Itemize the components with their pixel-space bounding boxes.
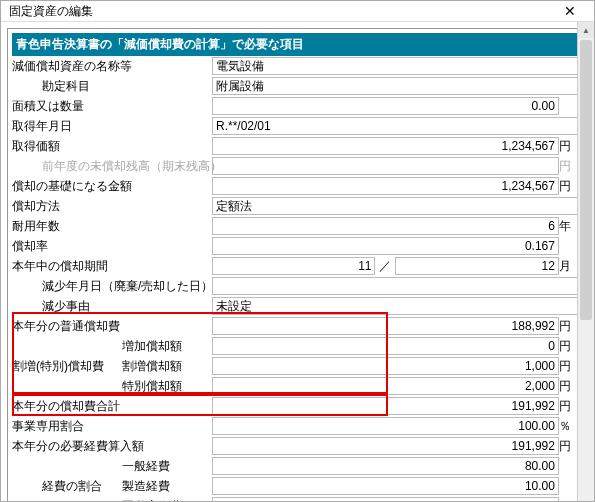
depr-method-label: 償却方法 [12,196,212,216]
scrollbar-thumb[interactable] [580,40,592,320]
decrease-date-label: 減少年月日（廃棄/売却した日） [12,278,212,295]
window-title: 固定資産の編集 [9,3,93,20]
titlebar: 固定資産の編集 ✕ [1,1,594,22]
depr-method-field[interactable]: 定額法 [212,197,583,215]
useful-life-field[interactable]: 6 [212,217,559,235]
total-depr-label: 本年分の償却費合計 [12,396,212,416]
decrease-reason-label: 減少事由 [12,298,212,315]
period-months: 11 ／ 12 [212,257,559,275]
section-header: 青色申告決算書の「減価償却費の計算」で必要な項目 [12,33,583,56]
asset-name-field[interactable]: 電気設備 [212,57,583,75]
content-area: 青色申告決算書の「減価償却費の計算」で必要な項目 減価償却資産の名称等 電気設備… [1,22,594,502]
increase-label: 増加償却額 [122,336,212,356]
useful-life-label: 耐用年数 [12,216,212,236]
scroll-up-icon[interactable]: ▲ [578,22,594,38]
slash-separator: ／ [375,258,395,275]
account-field[interactable]: 附属設備 [212,77,583,95]
acq-cost-label: 取得価額 [12,136,212,156]
increase-field[interactable]: 0 [212,337,559,355]
depr-base-label: 償却の基礎になる金額 [12,176,212,196]
business-ratio-label: 事業専用割合 [12,416,212,436]
form-table: 減価償却資産の名称等 電気設備 勘定科目 附属設備 面積又は数量 0.00 [12,56,583,502]
prev-balance-label: 前年度の未償却残高（期末残高） [12,158,212,175]
extra-add-label: 割増償却額 [122,356,212,376]
this-year-period-label: 本年中の償却期間 [12,256,212,276]
depr-rate-field: 0.167 [212,237,559,255]
decrease-date-field[interactable] [212,277,583,295]
acq-date-field[interactable]: R.**/02/01 [212,117,583,135]
decrease-reason-field[interactable]: 未設定 [212,297,583,315]
vertical-scrollbar[interactable]: ▲ ▼ [577,22,594,502]
manuf-exp-label: 製造経費 [122,476,212,496]
acq-date-label: 取得年月日 [12,116,212,136]
necessary-exp-field: 191,992 [212,437,559,455]
expense-ratio-group-label: 経費の割合 [12,478,122,495]
area-qty-label: 面積又は数量 [12,96,212,116]
general-exp-field[interactable]: 80.00 [212,457,559,475]
account-label: 勘定科目 [12,78,212,95]
realestate-exp-label: 不動産経費 [122,496,212,502]
total-depr-field: 191,992 [212,397,559,415]
general-exp-label: 一般経費 [122,456,212,476]
special-field[interactable]: 2,000 [212,377,559,395]
necessary-exp-label: 本年分の必要経費算入額 [12,436,212,456]
depr-base-field: 1,234,567 [212,177,559,195]
depr-rate-label: 償却率 [12,236,212,256]
period-to-field: 12 [395,257,558,275]
special-label: 特別償却額 [122,376,212,396]
close-icon[interactable]: ✕ [556,1,584,21]
business-ratio-field[interactable]: 100.00 [212,417,559,435]
form-panel: 青色申告決算書の「減価償却費の計算」で必要な項目 減価償却資産の名称等 電気設備… [7,28,588,502]
ordinary-depr-field: 188,992 [212,317,559,335]
ordinary-depr-label: 本年分の普通償却費 [12,316,212,336]
extra-add-field[interactable]: 1,000 [212,357,559,375]
manuf-exp-field[interactable]: 10.00 [212,477,559,495]
area-qty-field[interactable]: 0.00 [212,97,559,115]
window-root: 固定資産の編集 ✕ 青色申告決算書の「減価償却費の計算」で必要な項目 減価償却資… [0,0,595,502]
prev-balance-field [212,157,559,175]
realestate-exp-field[interactable]: 10.00 [212,497,559,502]
extra-group-label: 割増(特別)償却費 [12,336,122,396]
acq-cost-field[interactable]: 1,234,567 [212,137,559,155]
period-from-field[interactable]: 11 [212,257,375,275]
asset-name-label: 減価償却資産の名称等 [12,56,212,76]
